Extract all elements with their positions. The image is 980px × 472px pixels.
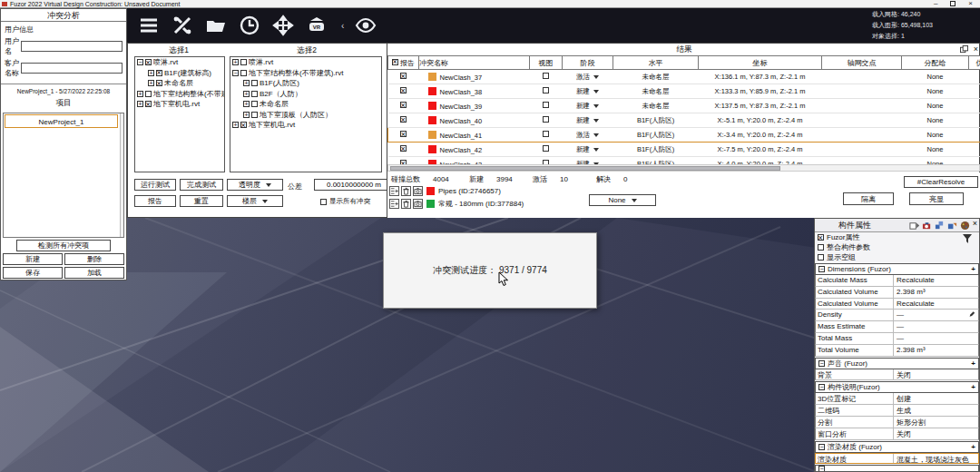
isolate-button[interactable]: 隔离 <box>843 192 894 205</box>
tree-item[interactable]: +地下室机电.rvt <box>230 120 381 131</box>
property-row[interactable]: 二维码生成 <box>815 405 979 417</box>
collapse-icon[interactable]: − <box>818 384 825 390</box>
close-button[interactable]: × <box>968 0 973 7</box>
tree-item[interactable]: +地下室结构整体(不带建筑).rvt <box>135 89 224 100</box>
tree-checkbox[interactable] <box>156 80 162 86</box>
float-panel-icon[interactable] <box>960 45 968 54</box>
view-checkbox[interactable] <box>543 73 549 79</box>
snapshot-item-button-icon[interactable] <box>413 199 423 209</box>
add-parameter-icon[interactable]: + <box>971 443 975 451</box>
export-component-icon[interactable] <box>947 221 957 231</box>
property-value[interactable]: 2.398 m³ <box>894 287 978 298</box>
tree-item[interactable]: +B1F(人防区) <box>230 78 381 89</box>
property-section-header[interactable]: −Dimensions (Fuzor)+ <box>815 263 979 275</box>
property-row[interactable]: Mass Estimate— <box>815 321 979 333</box>
property-key[interactable]: 分割 <box>816 417 894 428</box>
tree-checkbox[interactable] <box>251 91 258 97</box>
property-value[interactable]: Recalculate <box>894 299 978 310</box>
property-key[interactable]: Density <box>816 310 894 320</box>
clash-row[interactable]: NewClash_37激活未命名层X:136.1 m, Y:87.3 m, Z:… <box>388 70 980 84</box>
add-parameter-icon[interactable]: + <box>971 359 975 368</box>
clear-resolve-button[interactable]: #ClearResolve <box>904 176 978 188</box>
collapse-icon[interactable]: − <box>818 360 825 367</box>
show-empty-groups-checkbox[interactable] <box>818 254 824 261</box>
property-value[interactable]: 2.398 m³ <box>894 345 978 356</box>
project-list-scrollbar[interactable] <box>120 113 123 237</box>
expand-icon[interactable]: + <box>243 101 250 107</box>
report-checkbox[interactable] <box>400 131 407 137</box>
delete-button[interactable]: 删除 <box>64 253 124 265</box>
collapse-icon[interactable]: − <box>818 266 825 272</box>
fuzor-properties-checkbox[interactable] <box>818 234 824 241</box>
property-key[interactable]: Calculated Volume <box>816 287 894 298</box>
tree-item[interactable]: +未命名层 <box>135 78 224 89</box>
stage-dropdown[interactable]: 激活 <box>563 128 613 143</box>
reset-button[interactable]: 重置 <box>180 195 223 207</box>
show-all-clashes-toggle[interactable]: 显示所有冲突 <box>320 197 370 206</box>
copy-properties-icon[interactable] <box>909 221 919 231</box>
tree-item[interactable]: −喷淋.rvt <box>135 57 224 68</box>
stage-dropdown[interactable]: 新建 <box>563 99 613 113</box>
property-section-header[interactable]: −声音 (Fuzor)+ <box>815 358 979 369</box>
property-row[interactable]: Density— <box>815 310 979 321</box>
report-checkbox[interactable] <box>400 116 407 123</box>
add-parameter-icon[interactable]: + <box>971 383 975 391</box>
property-value[interactable]: — <box>894 321 978 332</box>
property-row[interactable]: Calculate MassRecalculate <box>815 275 979 287</box>
merge-parameters-checkbox[interactable] <box>818 244 824 251</box>
finish-test-button[interactable]: 完成测试 <box>180 179 223 191</box>
property-key[interactable]: 背景 <box>816 369 894 380</box>
transparency-dropdown[interactable]: 透明度 <box>227 179 283 191</box>
expand-icon[interactable]: + <box>137 101 143 107</box>
fuzor-properties-toggle[interactable]: Fuzor属性 <box>815 232 979 242</box>
username-input[interactable] <box>21 41 122 52</box>
clash-row[interactable]: NewClash_41激活B1F(人防区)X:-3.4 m, Y:20.0 m,… <box>388 128 980 143</box>
property-section-header[interactable]: −渲染材质 (Fuzor)+ <box>815 441 979 453</box>
minimize-button[interactable]: – <box>934 0 937 7</box>
property-value[interactable]: 矩形分割 <box>894 417 978 428</box>
goto-item-button-icon[interactable] <box>389 186 399 196</box>
show-empty-groups-toggle[interactable]: 显示空组 <box>815 252 979 262</box>
property-key[interactable]: Total Mass <box>816 333 894 344</box>
property-row[interactable]: Calculated VolumeRecalculate <box>815 299 979 310</box>
expand-icon[interactable]: + <box>243 91 250 97</box>
stage-dropdown[interactable]: 新建 <box>563 113 613 128</box>
property-row[interactable]: 窗口分析关闭 <box>815 428 979 440</box>
property-row[interactable]: 渲染材质混凝土，现场浇注灰色 <box>815 453 979 465</box>
tree-item[interactable]: +未命名层 <box>230 99 381 110</box>
tree-checkbox[interactable] <box>145 59 152 65</box>
collapse-chevron-icon[interactable]: ‹ <box>341 21 344 31</box>
collapse-icon[interactable]: − <box>137 59 143 65</box>
report-checkbox[interactable] <box>400 145 407 152</box>
stage-dropdown[interactable]: 新建 <box>563 143 613 157</box>
tree-item[interactable]: +B1F(建筑标高) <box>135 68 224 79</box>
property-key[interactable]: 3D位置标记 <box>816 393 894 404</box>
report-checkbox[interactable] <box>400 102 407 108</box>
scrollbar-thumb[interactable] <box>390 166 780 171</box>
tree-item[interactable]: +B2F（人防） <box>230 89 381 100</box>
close-results-icon[interactable]: × <box>974 44 978 55</box>
clash-row[interactable]: NewClash_42新建B1F(人防区)X:-7.5 m, Y:20.0 m,… <box>388 143 980 157</box>
assigned-dropdown[interactable]: None <box>589 194 656 206</box>
property-row[interactable]: 分割矩形分割 <box>815 417 979 428</box>
delete-item-button-icon[interactable] <box>401 186 411 196</box>
property-key[interactable]: Mass Estimate <box>816 321 894 332</box>
expand-icon[interactable]: + <box>148 80 154 86</box>
property-row[interactable]: 3D位置标记创建 <box>815 393 979 405</box>
new-button[interactable]: 新建 <box>3 253 63 265</box>
expand-icon[interactable]: + <box>243 80 250 86</box>
tree-checkbox[interactable] <box>156 70 162 76</box>
project-list-item[interactable]: NewProject_1 <box>5 114 118 128</box>
folder-icon[interactable] <box>204 14 228 37</box>
paint-palette-icon[interactable] <box>960 221 970 231</box>
selection1-tree[interactable]: −喷淋.rvt+B1F(建筑标高)+未命名层+地下室结构整体(不带建筑).rvt… <box>134 56 225 172</box>
maximize-button[interactable] <box>950 1 956 6</box>
highlight-button[interactable]: 亮显 <box>909 192 964 205</box>
collapse-icon[interactable]: − <box>232 70 239 76</box>
tree-checkbox[interactable] <box>240 70 247 76</box>
collapse-icon[interactable]: − <box>818 466 825 472</box>
save-button[interactable]: 保存 <box>3 267 63 279</box>
selection2-tree[interactable]: +喷淋.rvt−地下室结构整体(不带建筑).rvt+B1F(人防区)+B2F（人… <box>230 56 382 172</box>
report-header-checkbox[interactable] <box>392 59 398 65</box>
tree-item[interactable]: +地下室顶板（人防区） <box>230 110 381 121</box>
